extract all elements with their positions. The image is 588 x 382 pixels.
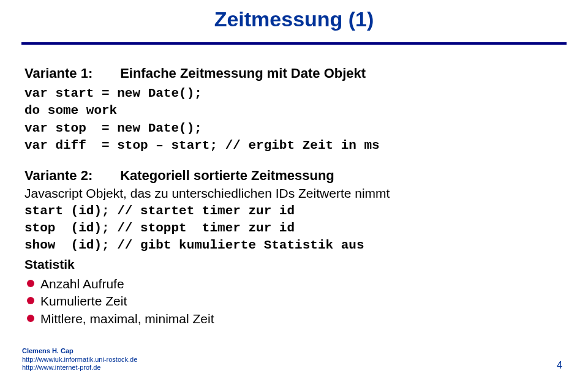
slide-title: Zeitmessung (1)	[0, 0, 588, 31]
list-item: Mittlere, maximal, minimal Zeit	[24, 310, 551, 328]
footer-link1: http://wwwiuk.informatik.uni-rostock.de	[22, 356, 137, 364]
stats-heading: Statistik	[24, 256, 551, 273]
variant2-body: Javascript Objekt, das zu unterschiedlic…	[24, 185, 551, 202]
footer-link2: http://www.internet-prof.de	[22, 364, 137, 372]
variant2-desc: Kategoriell sortierte Zeitmessung	[120, 168, 334, 183]
variant1-code: var start = new Date(); do some work var…	[24, 85, 551, 154]
stats-list: Anzahl Aufrufe Kumulierte Zeit Mittlere,…	[24, 275, 551, 328]
footer: Clemens H. Cap http://wwwiuk.informatik.…	[22, 347, 137, 372]
variant2-label: Variante 2:	[24, 168, 116, 184]
page-number: 4	[557, 360, 562, 371]
variant1-label: Variante 1:	[24, 66, 116, 81]
variant1-row: Variante 1: Einfache Zeitmessung mit Dat…	[24, 66, 551, 81]
variant2-code: start (id); // startet timer zur id stop…	[24, 203, 551, 255]
variant2-row: Variante 2: Kategoriell sortierte Zeitme…	[24, 168, 551, 184]
variant1-desc: Einfache Zeitmessung mit Date Objekt	[120, 66, 366, 81]
list-item: Kumulierte Zeit	[24, 293, 551, 310]
slide-content: Variante 1: Einfache Zeitmessung mit Dat…	[0, 45, 588, 328]
list-item: Anzahl Aufrufe	[24, 275, 551, 293]
footer-author: Clemens H. Cap	[22, 347, 137, 356]
slide: Zeitmessung (1) Variante 1: Einfache Zei…	[0, 0, 588, 382]
